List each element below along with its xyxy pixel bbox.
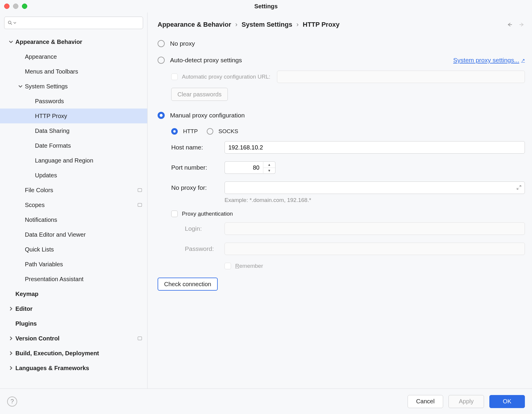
ok-button[interactable]: OK [489,395,525,408]
help-button[interactable]: ? [7,397,17,407]
proxy-type-socks-radio[interactable]: SOCKS [207,128,238,135]
external-link-icon: ↗ [521,58,525,63]
sidebar-item-plugins[interactable]: Plugins [0,316,147,331]
no-proxy-radio[interactable]: No proxy [158,37,525,50]
sidebar-item-label: Editor [15,305,147,312]
sidebar-item-appearance-behavior[interactable]: Appearance & Behavior [0,34,147,49]
pac-url-input [277,71,525,83]
auto-detect-radio[interactable]: Auto-detect proxy settings [158,53,242,67]
sidebar-item-http-proxy[interactable]: HTTP Proxy [0,109,147,123]
sidebar-item-label: Keymap [15,291,147,297]
no-proxy-for-input[interactable] [225,181,525,194]
sidebar-item-label: HTTP Proxy [35,113,147,120]
breadcrumb-separator: › [235,21,237,28]
project-badge-icon [138,203,142,207]
svg-line-1 [11,23,12,25]
sidebar-item-version-control[interactable]: Version Control [0,331,147,346]
settings-sidebar: Appearance & BehaviorAppearanceMenus and… [0,12,148,388]
sidebar-item-scopes[interactable]: Scopes [0,198,147,212]
sidebar-item-label: Path Variables [25,261,147,268]
sidebar-item-label: Presentation Assistant [25,276,147,283]
port-number-label: Port number: [171,164,225,171]
proxy-auth-checkbox[interactable] [171,211,178,217]
breadcrumb-item: HTTP Proxy [303,21,339,28]
breadcrumb-separator: › [297,21,299,28]
breadcrumb: Appearance & Behavior › System Settings … [158,21,339,28]
sidebar-item-quick-lists[interactable]: Quick Lists [0,242,147,257]
sidebar-item-path-variables[interactable]: Path Variables [0,257,147,272]
breadcrumb-item[interactable]: Appearance & Behavior [158,21,231,28]
nav-back-icon[interactable] [507,21,513,28]
system-proxy-settings-link[interactable]: System proxy settings... ↗ [453,57,525,64]
sidebar-item-label: Language and Region [35,157,147,164]
titlebar: Settings [0,0,532,12]
sidebar-item-label: Appearance & Behavior [15,39,147,45]
password-label: Password: [185,245,225,252]
no-proxy-example-hint: Example: *.domain.com, 192.168.* [225,197,525,203]
sidebar-item-data-editor-and-viewer[interactable]: Data Editor and Viewer [0,227,147,242]
sidebar-item-file-colors[interactable]: File Colors [0,183,147,198]
login-label: Login: [185,225,225,232]
sidebar-item-date-formats[interactable]: Date Formats [0,138,147,153]
chevron-right-icon [9,366,13,370]
sidebar-item-presentation-assistant[interactable]: Presentation Assistant [0,272,147,286]
pac-url-label: Automatic proxy configuration URL: [182,74,270,80]
search-icon [7,20,13,26]
host-name-label: Host name: [171,144,225,151]
chevron-right-icon [9,351,13,355]
stepper-down-icon[interactable]: ▼ [263,168,275,174]
proxy-auth-label: Proxy authentication [182,211,233,217]
project-badge-icon [138,188,142,192]
settings-main-panel: Appearance & Behavior › System Settings … [148,12,532,388]
sidebar-item-label: Data Editor and Viewer [25,231,147,238]
sidebar-item-label: System Settings [25,83,147,90]
sidebar-item-keymap[interactable]: Keymap [0,286,147,301]
host-name-input[interactable] [225,141,525,154]
sidebar-item-label: Data Sharing [35,128,147,134]
stepper-up-icon[interactable]: ▲ [263,162,275,168]
sidebar-item-data-sharing[interactable]: Data Sharing [0,123,147,138]
sidebar-item-system-settings[interactable]: System Settings [0,79,147,94]
expand-icon[interactable] [516,184,522,190]
sidebar-item-label: Build, Execution, Deployment [15,350,147,357]
sidebar-item-label: Version Control [15,335,138,342]
project-badge-icon [138,337,142,340]
manual-proxy-radio[interactable]: Manual proxy configuration [158,109,525,122]
chevron-right-icon [9,307,13,311]
check-connection-button[interactable]: Check connection [158,278,218,291]
chevron-down-icon [18,84,23,88]
password-input [225,243,525,255]
chevron-down-icon [9,40,13,44]
sidebar-item-notifications[interactable]: Notifications [0,212,147,227]
remember-checkbox [225,263,231,269]
port-number-input[interactable] [225,161,263,174]
sidebar-item-label: Passwords [35,98,147,105]
window-title: Settings [0,3,532,10]
sidebar-item-label: Menus and Toolbars [25,68,147,75]
settings-search-input[interactable] [4,17,143,29]
settings-tree: Appearance & BehaviorAppearanceMenus and… [0,32,147,388]
login-input [225,222,525,235]
sidebar-item-editor[interactable]: Editor [0,301,147,316]
sidebar-item-label: Plugins [15,320,147,327]
pac-url-checkbox [171,74,178,80]
apply-button: Apply [448,395,484,408]
dialog-footer: ? Cancel Apply OK [0,388,532,414]
proxy-type-http-radio[interactable]: HTTP [171,128,198,135]
sidebar-item-label: Scopes [25,202,138,208]
sidebar-item-label: Languages & Frameworks [15,365,147,372]
port-stepper[interactable]: ▲ ▼ [263,161,275,174]
sidebar-item-language-and-region[interactable]: Language and Region [0,153,147,168]
sidebar-item-build-execution-deployment[interactable]: Build, Execution, Deployment [0,346,147,361]
sidebar-item-languages-frameworks[interactable]: Languages & Frameworks [0,361,147,375]
sidebar-item-menus-and-toolbars[interactable]: Menus and Toolbars [0,64,147,79]
clear-passwords-button: Clear passwords [171,88,228,101]
sidebar-item-label: Updates [35,172,147,179]
no-proxy-for-label: No proxy for: [171,184,225,191]
breadcrumb-item[interactable]: System Settings [242,21,292,28]
sidebar-item-passwords[interactable]: Passwords [0,94,147,109]
sidebar-item-label: Notifications [25,216,147,223]
cancel-button[interactable]: Cancel [408,395,443,408]
sidebar-item-updates[interactable]: Updates [0,168,147,183]
sidebar-item-appearance[interactable]: Appearance [0,49,147,64]
